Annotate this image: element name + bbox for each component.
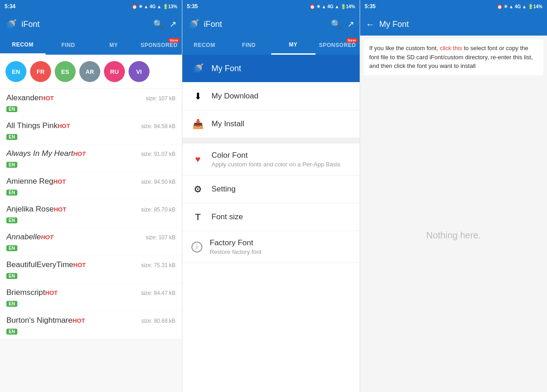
- font-size-display: size: 85.70 kB: [141, 206, 175, 213]
- info-icon: i: [191, 242, 202, 253]
- tab-find-mid[interactable]: FIND: [227, 36, 271, 55]
- panel-right: 5:35 ⏰ ☀ ▲ 4G ▲ 🔋14% ← My Font If you li…: [360, 0, 547, 392]
- app-icon-mid: 🚿: [188, 19, 199, 30]
- search-icon-mid[interactable]: 🔍: [331, 19, 341, 29]
- tab-recom-left[interactable]: RECOM: [0, 36, 46, 55]
- menu-item-my-install[interactable]: 📥 My Install: [182, 110, 360, 138]
- lang-en[interactable]: EN: [5, 61, 26, 82]
- status-icons-mid: ⏰ ☀ ▲ 4G ▲ 🔋14%: [310, 4, 355, 9]
- lang-ar[interactable]: AR: [79, 61, 100, 82]
- app-title-mid: iFont: [204, 20, 326, 29]
- back-header: ← My Font: [360, 13, 547, 36]
- font-name: Burton's NightmareHOT: [6, 316, 85, 325]
- app-header-left: 🚿 iFont 🔍 ↗: [0, 13, 182, 36]
- menu-list: 🚿 My Font ⬇ My Download 📥 My Install ♥ C…: [182, 55, 360, 392]
- lang-circles: EN FR ES AR RU VI: [0, 55, 182, 89]
- panel-mid: 5:35 ⏰ ☀ ▲ 4G ▲ 🔋14% 🚿 iFont 🔍 ↗ RECOM F…: [182, 0, 360, 392]
- time-mid: 5:35: [187, 3, 198, 10]
- font-size-display: size: 107 kB: [146, 95, 175, 102]
- sponsored-badge-mid: New: [346, 38, 358, 43]
- lang-fr[interactable]: FR: [30, 61, 51, 82]
- tab-recom-mid[interactable]: RECOM: [182, 36, 227, 55]
- tabs-left: RECOM FIND MY SPONSORED New: [0, 36, 182, 55]
- lang-tag: EN: [6, 134, 17, 140]
- font-name: AnnabelleHOT: [6, 232, 53, 242]
- color-font-sub: Apply custom fonts and color on a Per-Ap…: [212, 161, 341, 168]
- font-name: BeautifulEveryTimeHOT: [6, 260, 86, 269]
- my-font-label: My Font: [212, 64, 241, 73]
- list-item[interactable]: Always In My HeartHOTsize: 91.07 kBEN: [0, 144, 182, 172]
- gear-icon: ⚙: [191, 183, 204, 196]
- tab-sponsored-mid[interactable]: SPONSORED New: [315, 36, 360, 55]
- lang-es[interactable]: ES: [55, 61, 76, 82]
- app-title-left: iFont: [21, 20, 149, 29]
- list-item[interactable]: BeautifulEveryTimeHOTsize: 75.31 kBEN: [0, 256, 182, 283]
- share-icon-mid[interactable]: ↗: [347, 19, 354, 29]
- time-left: 5:34: [5, 3, 15, 10]
- font-size-display: size: 84.58 kB: [141, 123, 175, 129]
- status-bar-right: 5:35 ⏰ ☀ ▲ 4G ▲ 🔋14%: [360, 0, 547, 13]
- menu-item-font-size[interactable]: T Font size: [182, 203, 360, 231]
- color-font-label: Color Font: [212, 151, 341, 160]
- my-download-label: My Download: [212, 92, 258, 101]
- tab-my-left[interactable]: MY: [91, 36, 137, 55]
- menu-item-my-font[interactable]: 🚿 My Font: [182, 55, 360, 83]
- info-text-before: If you like the custom font,: [369, 45, 440, 52]
- font-size-display: size: 91.07 kB: [141, 151, 175, 157]
- menu-item-factory-font[interactable]: i Factory Font Restore factory font: [182, 231, 360, 263]
- font-size-display: size: 107 kB: [146, 234, 175, 241]
- font-size-label: Font size: [212, 212, 243, 222]
- status-icons-left: ⏰ ☀ ▲ 4G ▲ 🔋13%: [132, 4, 177, 9]
- header-icons-mid: 🔍 ↗: [331, 19, 354, 29]
- menu-item-color-font[interactable]: ♥ Color Font Apply custom fonts and colo…: [182, 144, 360, 175]
- menu-item-setting[interactable]: ⚙ Setting: [182, 175, 360, 203]
- font-name: AlexanderHOT: [6, 93, 54, 103]
- lang-tag: EN: [6, 329, 17, 335]
- header-icons-left: 🔍 ↗: [153, 19, 176, 29]
- list-item[interactable]: AlexanderHOTsize: 107 kBEN: [0, 89, 182, 116]
- list-item[interactable]: Amienne RegHOTsize: 94.50 kBEN: [0, 172, 182, 200]
- status-bar-mid: 5:35 ⏰ ☀ ▲ 4G ▲ 🔋14%: [182, 0, 360, 13]
- list-item[interactable]: Anjelika RoseHOTsize: 85.70 kBEN: [0, 200, 182, 227]
- menu-item-my-download[interactable]: ⬇ My Download: [182, 83, 360, 110]
- install-icon: 📥: [191, 118, 204, 130]
- app-header-mid: 🚿 iFont 🔍 ↗: [182, 13, 360, 36]
- tabs-mid: RECOM FIND MY SPONSORED New: [182, 36, 360, 55]
- list-item[interactable]: Burton's NightmareHOTsize: 80.68 kBEN: [0, 311, 182, 339]
- sponsored-badge-left: New: [168, 38, 180, 43]
- tab-find-left[interactable]: FIND: [46, 36, 91, 55]
- list-item[interactable]: BriemscriptHOTsize: 84.47 kBEN: [0, 284, 182, 311]
- tab-my-mid[interactable]: MY: [271, 36, 315, 55]
- my-install-label: My Install: [212, 119, 244, 129]
- font-icon: 🚿: [191, 62, 204, 75]
- download-icon: ⬇: [191, 90, 204, 103]
- back-arrow-icon[interactable]: ←: [366, 19, 375, 30]
- lang-tag: EN: [6, 273, 17, 279]
- empty-state: Nothing here.: [360, 79, 547, 392]
- font-size-display: size: 80.68 kB: [141, 318, 175, 324]
- font-size-display: size: 84.47 kB: [141, 290, 175, 296]
- fontsize-icon: T: [191, 211, 204, 223]
- tab-sponsored-left[interactable]: SPONSORED New: [136, 36, 182, 55]
- font-size-display: size: 94.50 kB: [141, 179, 175, 185]
- panel-left: 5:34 ⏰ ☀ ▲ 4G ▲ 🔋13% 🚿 iFont 🔍 ↗ RECOM F…: [0, 0, 182, 392]
- setting-label: Setting: [212, 185, 236, 194]
- search-icon-left[interactable]: 🔍: [153, 19, 163, 29]
- time-right: 5:35: [365, 3, 376, 10]
- click-this-link[interactable]: click this: [440, 45, 462, 52]
- back-title: My Font: [379, 20, 409, 29]
- share-icon-left[interactable]: ↗: [170, 19, 176, 29]
- status-bar-left: 5:34 ⏰ ☀ ▲ 4G ▲ 🔋13%: [0, 0, 182, 13]
- lang-vi[interactable]: VI: [129, 61, 150, 82]
- list-item[interactable]: All Things PinkHOTsize: 84.58 kBEN: [0, 117, 182, 144]
- factory-font-label: Factory Font: [210, 238, 261, 248]
- font-name: BriemscriptHOT: [6, 288, 57, 297]
- font-size-display: size: 75.31 kB: [141, 262, 175, 268]
- lang-tag: EN: [6, 106, 17, 112]
- list-item[interactable]: AnnabelleHOTsize: 107 kBEN: [0, 228, 182, 255]
- font-name: Always In My HeartHOT: [6, 149, 86, 158]
- font-name: Amienne RegHOT: [6, 177, 66, 186]
- lang-ru[interactable]: RU: [104, 61, 125, 82]
- font-name: Anjelika RoseHOT: [6, 205, 66, 214]
- lang-tag: EN: [6, 217, 17, 223]
